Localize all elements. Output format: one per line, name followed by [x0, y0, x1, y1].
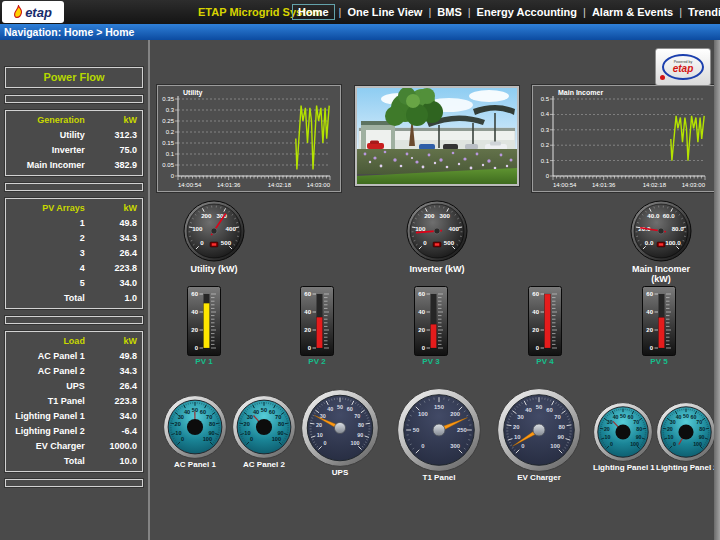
svg-text:0.2: 0.2 — [166, 129, 175, 135]
svg-text:50: 50 — [261, 407, 267, 413]
svg-text:100: 100 — [203, 436, 212, 442]
inverter-gauge: 0100200300400500 Inverter (kW) — [402, 200, 472, 274]
svg-text:90: 90 — [208, 430, 214, 436]
ac-panel-1-dial: 0102030405060708090100 AC Panel 1 — [163, 395, 227, 469]
svg-text:0.05: 0.05 — [162, 162, 174, 168]
svg-text:300: 300 — [440, 212, 451, 219]
svg-text:60: 60 — [304, 291, 311, 297]
pv-bar-label: PV 3 — [411, 357, 451, 366]
svg-text:10: 10 — [244, 430, 250, 436]
svg-text:60: 60 — [546, 407, 553, 413]
row-label: 5 — [6, 276, 85, 291]
svg-text:0: 0 — [673, 441, 676, 447]
svg-text:90: 90 — [699, 434, 705, 440]
row-value: 223.8 — [85, 394, 142, 409]
svg-text:0.25: 0.25 — [162, 118, 174, 124]
row-label: Main Incomer — [6, 158, 85, 173]
svg-text:14:03:00: 14:03:00 — [682, 182, 706, 188]
svg-text:40: 40 — [613, 414, 619, 420]
power-flow-sections: GenerationkWUtility312.3Inverter75.0Main… — [5, 95, 143, 487]
powered-by-brand: etap — [673, 64, 694, 74]
svg-text:60: 60 — [347, 406, 353, 412]
svg-text:50: 50 — [620, 413, 626, 419]
dial-label: UPS — [301, 468, 379, 477]
row-value: 26.4 — [85, 246, 142, 261]
svg-text:20: 20 — [304, 327, 311, 333]
svg-text:60: 60 — [191, 291, 198, 297]
row-value: 223.8 — [85, 261, 142, 276]
table-row: Inverter75.0 — [6, 143, 142, 158]
menu-item-alarm-events[interactable]: Alarm & Events — [590, 5, 675, 19]
row-value: 26.4 — [85, 379, 142, 394]
powered-by-etap-logo: Powered by etap — [655, 48, 711, 86]
pv5-bar-gauge: 0 20 40 60 PV 5 — [639, 286, 679, 366]
utility-trend-chart: Utility00.050.10.150.20.250.30.3514:00:5… — [157, 85, 341, 192]
svg-text:20: 20 — [513, 424, 520, 430]
menu-separator: | — [468, 6, 471, 18]
etap-logo: etap — [2, 1, 64, 23]
dial-label: T1 Panel — [397, 473, 481, 482]
svg-text:20: 20 — [604, 426, 610, 432]
svg-text:250: 250 — [457, 427, 468, 433]
table-row: Main Incomer382.9 — [6, 158, 142, 173]
menu-item-one-line-view[interactable]: One Line View — [345, 5, 424, 19]
svg-text:Utility: Utility — [183, 89, 203, 97]
row-value: 75.0 — [85, 143, 142, 158]
svg-text:10: 10 — [514, 434, 521, 440]
menu-item-energy-accounting[interactable]: Energy Accounting — [475, 5, 579, 19]
menu-item-trending[interactable]: Trending — [686, 5, 720, 19]
svg-text:0.35: 0.35 — [162, 96, 174, 102]
svg-text:40: 40 — [304, 309, 311, 315]
section-header: PV ArrayskW — [6, 201, 142, 216]
pv-bar-label: PV 2 — [297, 357, 337, 366]
row-label: Lighting Panel 1 — [6, 409, 85, 424]
table-row: Lighting Panel 2-6.4 — [6, 424, 142, 439]
section-header: GenerationkW — [6, 113, 142, 128]
pv3-bar-gauge: 0 20 40 60 PV 3 — [411, 286, 451, 366]
table-row: Total1.0 — [6, 291, 142, 306]
menu-item-bms[interactable]: BMS — [435, 5, 463, 19]
svg-text:30: 30 — [320, 413, 326, 419]
scrollbar[interactable] — [714, 40, 720, 540]
svg-text:60: 60 — [418, 291, 425, 297]
row-value: 1000.0 — [85, 439, 142, 454]
svg-text:40: 40 — [525, 407, 532, 413]
table-row: Lighting Panel 134.0 — [6, 409, 142, 424]
pv2-bar-gauge: 0 20 40 60 PV 2 — [297, 286, 337, 366]
table-spacer — [5, 316, 143, 324]
row-value: 10.0 — [85, 454, 142, 469]
row-label: EV Charger — [6, 439, 85, 454]
table-section-pv-arrays: PV ArrayskW149.8234.3326.44223.8534.0Tot… — [5, 198, 143, 309]
svg-text:40: 40 — [676, 414, 682, 420]
row-label: 3 — [6, 246, 85, 261]
svg-text:400: 400 — [226, 225, 237, 232]
svg-text:20: 20 — [191, 327, 198, 333]
svg-text:0: 0 — [171, 173, 175, 179]
pv4-bar-gauge: 0 20 40 60 PV 4 — [525, 286, 565, 366]
svg-text:400: 400 — [449, 225, 460, 232]
table-row: 326.4 — [6, 246, 142, 261]
table-row: AC Panel 234.3 — [6, 364, 142, 379]
svg-text:0: 0 — [250, 436, 253, 442]
svg-text:14:00:54: 14:00:54 — [178, 182, 202, 188]
pv1-bar-gauge: 0 20 40 60 PV 1 — [184, 286, 224, 366]
svg-text:0: 0 — [610, 441, 613, 447]
row-value: 49.8 — [85, 216, 142, 231]
svg-text:0.2: 0.2 — [541, 142, 550, 148]
svg-text:0.1: 0.1 — [166, 151, 175, 157]
svg-text:500: 500 — [444, 239, 455, 246]
table-row: UPS26.4 — [6, 379, 142, 394]
svg-text:60: 60 — [646, 291, 653, 297]
table-section-generation: GenerationkWUtility312.3Inverter75.0Main… — [5, 110, 143, 176]
dial-label: Lighting Panel 1 — [593, 463, 653, 472]
row-label: UPS — [6, 379, 85, 394]
table-spacer — [5, 95, 143, 103]
table-section-load: LoadkWAC Panel 149.8AC Panel 234.3UPS26.… — [5, 331, 143, 472]
svg-text:40: 40 — [253, 409, 259, 415]
menu-separator: | — [583, 6, 586, 18]
menu-item-home[interactable]: Home — [292, 4, 335, 20]
svg-text:60.0: 60.0 — [663, 212, 676, 219]
svg-text:40: 40 — [418, 309, 425, 315]
svg-text:0: 0 — [200, 239, 204, 246]
svg-text:50: 50 — [337, 404, 343, 410]
